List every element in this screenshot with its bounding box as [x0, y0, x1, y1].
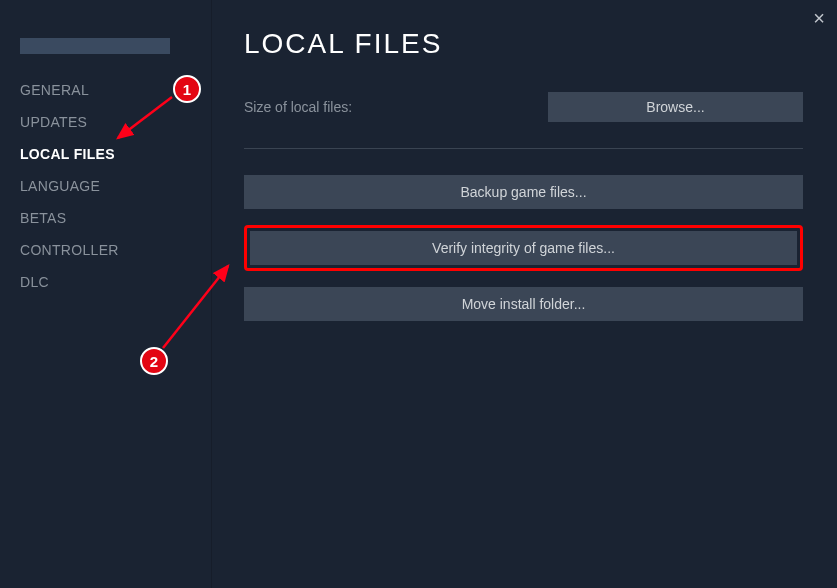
sidebar-item-dlc[interactable]: DLC: [20, 266, 191, 298]
browse-button[interactable]: Browse...: [548, 92, 803, 122]
properties-window: GENERAL UPDATES LOCAL FILES LANGUAGE BET…: [0, 0, 837, 588]
main-panel: LOCAL FILES Size of local files: Browse.…: [212, 0, 837, 588]
annotation-badge-1: 1: [173, 75, 201, 103]
sidebar-item-betas[interactable]: BETAS: [20, 202, 191, 234]
verify-highlight: Verify integrity of game files...: [244, 225, 803, 271]
backup-button[interactable]: Backup game files...: [244, 175, 803, 209]
sidebar-top-bar: [20, 38, 170, 54]
verify-button[interactable]: Verify integrity of game files...: [250, 231, 797, 265]
sidebar-item-local-files[interactable]: LOCAL FILES: [20, 138, 191, 170]
divider: [244, 148, 803, 149]
page-title: LOCAL FILES: [244, 28, 803, 60]
size-row: Size of local files: Browse...: [244, 92, 803, 122]
sidebar-item-general[interactable]: GENERAL: [20, 74, 191, 106]
sidebar-item-language[interactable]: LANGUAGE: [20, 170, 191, 202]
size-label: Size of local files:: [244, 99, 352, 115]
sidebar-item-updates[interactable]: UPDATES: [20, 106, 191, 138]
close-icon[interactable]: ×: [813, 8, 825, 28]
annotation-badge-2: 2: [140, 347, 168, 375]
move-button[interactable]: Move install folder...: [244, 287, 803, 321]
sidebar-item-controller[interactable]: CONTROLLER: [20, 234, 191, 266]
